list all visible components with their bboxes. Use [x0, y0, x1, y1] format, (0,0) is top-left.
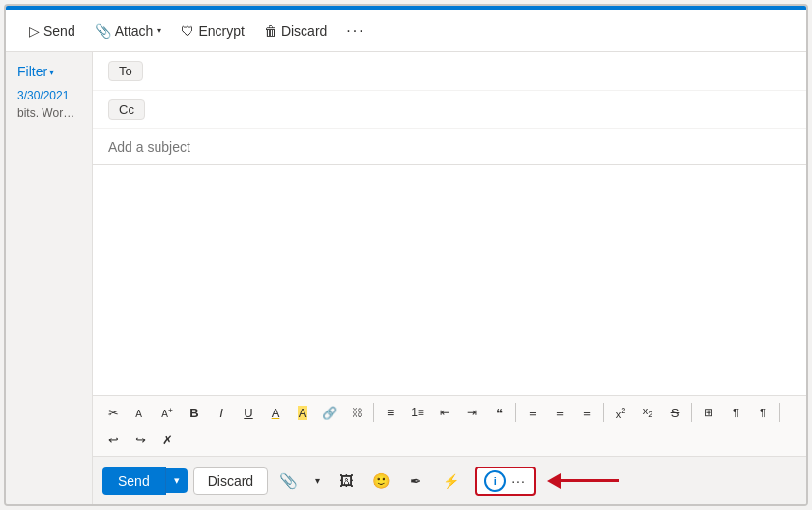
- rtl-icon: ¶: [733, 407, 739, 418]
- decrease-indent-btn[interactable]: ⇤: [432, 400, 457, 425]
- emoji-btn[interactable]: 🙂: [366, 467, 395, 496]
- send-group: Send ▾: [102, 468, 188, 495]
- table-btn[interactable]: ⊞: [696, 400, 721, 425]
- font-color-icon: A: [272, 406, 280, 420]
- more-options-btn[interactable]: ⚡: [436, 467, 465, 496]
- align-left-icon: ≡: [529, 406, 536, 420]
- attach-chevron-bottom-icon: ▾: [315, 475, 320, 486]
- undo-icon: ↩: [108, 433, 119, 447]
- ltr-icon: ¶: [760, 407, 766, 418]
- sidebar-date: 3/30/2021: [14, 85, 84, 102]
- compose-pane: To Cc ✂: [93, 52, 806, 504]
- numbered-list-btn[interactable]: 1≡: [405, 400, 430, 425]
- to-input[interactable]: [153, 64, 791, 79]
- info-icon: i: [484, 470, 506, 492]
- emoji-icon: 🙂: [372, 472, 391, 490]
- attach-toolbar-button[interactable]: 📎 Attach ▾: [87, 19, 170, 42]
- divider-3: [603, 403, 604, 422]
- table-icon: ⊞: [704, 406, 713, 419]
- bold-icon: B: [189, 406, 198, 420]
- divider-4: [691, 403, 692, 422]
- increase-indent-icon: ⇥: [467, 406, 477, 419]
- subject-input[interactable]: [108, 139, 791, 155]
- insert-image-icon: 🖼: [339, 472, 354, 489]
- bullet-list-icon: ≡: [387, 405, 394, 420]
- align-right-btn[interactable]: ≡: [574, 400, 599, 425]
- send-dropdown-button[interactable]: ▾: [166, 468, 188, 493]
- to-label: To: [108, 61, 143, 81]
- divider-1: [373, 403, 374, 422]
- superscript-btn[interactable]: x2: [608, 400, 633, 425]
- redo-icon: ↪: [135, 433, 146, 447]
- format-painter-btn[interactable]: ✂: [101, 400, 126, 425]
- font-size-decrease-btn[interactable]: A-: [128, 400, 153, 425]
- rtl-btn[interactable]: ¶: [723, 400, 748, 425]
- strikethrough-btn[interactable]: S: [662, 400, 687, 425]
- bullet-list-btn[interactable]: ≡: [378, 400, 403, 425]
- send-chevron-icon: ▾: [174, 474, 180, 486]
- font-color-btn[interactable]: A: [263, 400, 288, 425]
- quote-icon: ❝: [496, 406, 503, 420]
- attach-options-btn[interactable]: ▾: [308, 467, 326, 496]
- send-label: Send: [44, 23, 75, 39]
- underline-btn[interactable]: U: [236, 400, 261, 425]
- encrypt-icon: 🛡: [181, 23, 194, 39]
- encrypt-toolbar-button[interactable]: 🛡 Encrypt: [173, 19, 251, 42]
- ltr-btn[interactable]: ¶: [750, 400, 775, 425]
- cc-label: Cc: [108, 99, 145, 120]
- redo-btn[interactable]: ↪: [128, 427, 153, 452]
- signature-btn[interactable]: ✒: [401, 467, 430, 496]
- quote-btn[interactable]: ❝: [486, 400, 511, 425]
- signature-icon: ✒: [410, 473, 421, 489]
- compose-body[interactable]: [93, 165, 806, 395]
- align-right-icon: ≡: [583, 406, 591, 420]
- filter-button[interactable]: Filter ▾: [14, 62, 84, 81]
- send-button[interactable]: Send: [102, 468, 166, 495]
- to-field-row: To: [93, 52, 806, 91]
- remove-link-btn[interactable]: ⛓: [344, 400, 369, 425]
- arrow-line: [561, 479, 619, 482]
- filter-label: Filter: [17, 64, 47, 79]
- highlight-color-btn[interactable]: A: [290, 400, 315, 425]
- attach-bottom-btn[interactable]: 📎: [274, 467, 303, 496]
- bottom-action-bar: Send ▾ Discard 📎 ▾ 🖼: [93, 456, 806, 504]
- italic-icon: I: [219, 406, 223, 420]
- align-left-btn[interactable]: ≡: [520, 400, 545, 425]
- subscript-btn[interactable]: x2: [635, 400, 660, 425]
- remove-link-icon: ⛓: [352, 407, 362, 418]
- increase-indent-btn[interactable]: ⇥: [459, 400, 484, 425]
- attach-chevron-icon: ▾: [157, 25, 161, 36]
- red-arrow-indicator: [549, 473, 619, 489]
- link-icon: 🔗: [322, 406, 337, 420]
- attach-icon: 📎: [95, 23, 111, 39]
- discard-toolbar-button[interactable]: 🗑 Discard: [256, 19, 334, 42]
- highlighted-options-box: i ···: [475, 467, 536, 496]
- font-size-decrease-icon: A-: [135, 406, 144, 419]
- sidebar-preview: bits. Work sm...: [14, 106, 84, 120]
- decrease-indent-icon: ⇤: [440, 406, 450, 419]
- italic-btn[interactable]: I: [209, 400, 234, 425]
- clear-format-btn[interactable]: ✗: [155, 427, 180, 452]
- link-btn[interactable]: 🔗: [317, 400, 342, 425]
- discard-button[interactable]: Discard: [193, 468, 268, 495]
- align-center-icon: ≡: [556, 406, 564, 420]
- attach-label: Attach: [115, 23, 154, 39]
- font-size-increase-btn[interactable]: A+: [155, 400, 180, 425]
- discard-icon: 🗑: [264, 23, 277, 39]
- format-painter-icon: ✂: [108, 406, 119, 420]
- cc-input[interactable]: [155, 102, 791, 118]
- undo-btn[interactable]: ↩: [101, 427, 126, 452]
- more-options-icon: ⚡: [443, 473, 459, 489]
- subscript-icon: x2: [643, 405, 653, 419]
- bold-btn[interactable]: B: [182, 400, 207, 425]
- send-toolbar-button[interactable]: ▷ Send: [21, 19, 83, 42]
- format-toolbar: ✂ A- A+ B I U: [93, 395, 806, 456]
- encrypt-label: Encrypt: [198, 23, 244, 39]
- highlight-color-icon: A: [298, 406, 308, 420]
- more-toolbar-button[interactable]: ···: [338, 18, 372, 43]
- align-center-btn[interactable]: ≡: [547, 400, 572, 425]
- cc-field-row: Cc: [93, 91, 806, 129]
- highlight-dots: ···: [511, 473, 526, 489]
- discard-label: Discard: [281, 23, 327, 39]
- insert-image-btn[interactable]: 🖼: [332, 467, 361, 496]
